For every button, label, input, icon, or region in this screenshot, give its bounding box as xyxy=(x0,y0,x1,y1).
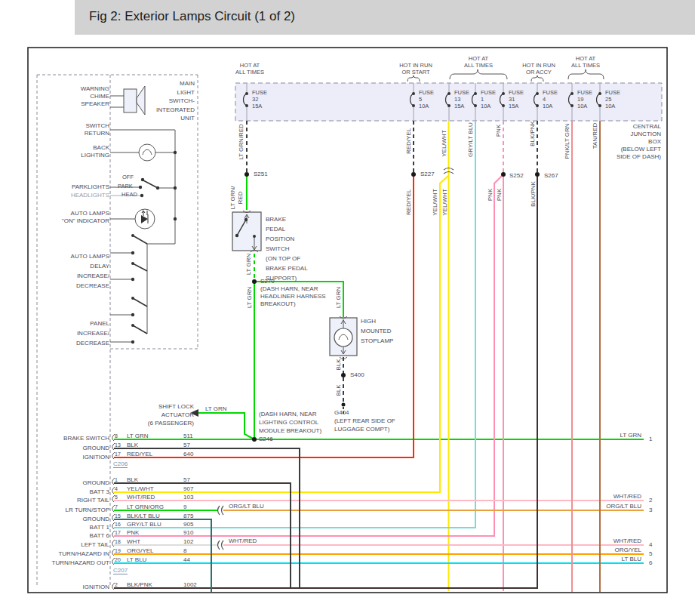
wlabel-lt-grn-2: LT GRN xyxy=(246,287,254,309)
label-shift-lock-wire: LT GRN xyxy=(205,405,227,413)
exit-label-3: ORG/LT BLU xyxy=(566,503,641,510)
label-headlights: HEADLIGHTS xyxy=(34,192,109,199)
pin-17b: 17 xyxy=(115,529,121,537)
sig-ignition-1: IGNITION xyxy=(34,454,109,461)
fuse-1: FUSE110A xyxy=(481,89,496,109)
fuse-19: FUSE1910A xyxy=(577,89,592,109)
circuit-103: 103 xyxy=(183,494,193,501)
splice-s251: S251 xyxy=(254,171,268,178)
ilabel-org-lt-blu: ORG/LT BLU xyxy=(229,503,264,510)
wlabel-blk-pnk-top: BLK/PNK xyxy=(529,121,537,146)
pin-1: 1 xyxy=(115,476,118,484)
splice-s400: S400 xyxy=(350,371,364,379)
pin-20: 20 xyxy=(115,556,121,564)
wlabel-yel-wht-mid2: YEL/WHT xyxy=(441,189,449,216)
wire-gry-lt-blu xyxy=(114,121,475,528)
wlabel-yel-wht-mid1: YEL/WHT xyxy=(432,189,439,216)
label-stoplamp: HIGH MOUNTED STOPLAMP xyxy=(361,316,393,346)
circuit-57: 57 xyxy=(183,442,190,449)
pincolor-7: LT GRN/ORG xyxy=(127,504,164,511)
connector-c207: C207 xyxy=(113,567,128,574)
circuit-905: 905 xyxy=(183,521,193,528)
pincolor-17: RED/YEL xyxy=(127,451,152,458)
stoplamp-bulb-icon xyxy=(334,328,352,346)
wire-blk xyxy=(114,121,537,588)
fuse-13: FUSE1315A xyxy=(454,89,469,109)
exit-label-6: LT BLU xyxy=(566,556,641,563)
power-tag-5: HOT AT ALL TIMES xyxy=(558,55,613,69)
circuit-57b: 57 xyxy=(183,476,190,484)
sig-lr-turn-stop: LR TURN/STOP xyxy=(34,507,109,514)
pincolor-1: BLK xyxy=(127,476,138,484)
splice-s252: S252 xyxy=(509,172,524,180)
pin-5: 5 xyxy=(115,494,118,501)
wlabel-blk-1: BLK xyxy=(335,359,343,370)
sig-ground-2: GROUND xyxy=(34,479,109,487)
pin-2: 2 xyxy=(115,581,118,589)
pincolor-8: LT GRN xyxy=(127,433,149,440)
splice-s267: S267 xyxy=(544,172,558,180)
pin-15: 15 xyxy=(115,513,121,520)
wlabel-pnk-mid2: PNK xyxy=(496,189,503,201)
sig-batt1: BATT 1 xyxy=(34,524,109,531)
pin-16: 16 xyxy=(115,521,121,528)
wlabel-pnk-top: PNK xyxy=(495,125,503,137)
pin-19: 19 xyxy=(115,547,121,555)
wlabel-lt-grn-red-top: LT GRN/RED xyxy=(238,124,245,160)
splice-s270: S270 (DASH HARN, NEAR HEADLINER HARNESS … xyxy=(260,278,326,308)
pin-4: 4 xyxy=(115,485,118,493)
back-lighting-lamp-icon xyxy=(139,144,155,161)
sig-ground-3: GROUND xyxy=(34,516,109,523)
exit-num-4: 4 xyxy=(649,541,652,549)
label-panel: PANEL INCREASE/ DECREASE xyxy=(34,319,109,348)
exit-num-6: 6 xyxy=(649,559,652,567)
unit-title: MAIN LIGHT SWITCH- INTEGRATED UNIT xyxy=(119,79,195,123)
connector-c206: C206 xyxy=(113,460,128,468)
sig-batt6: BATT 6 xyxy=(34,532,109,540)
fuse-32: FUSE3215A xyxy=(252,89,267,109)
wlabel-yel-wht-top: YEL/WHT xyxy=(441,130,448,157)
pincolor-4: YEL/WHT xyxy=(127,485,154,493)
exit-label-1: LT GRN xyxy=(566,432,641,439)
label-park: PARK xyxy=(118,183,133,189)
sig-brake-switch: BRAKE SWITCH xyxy=(34,435,109,442)
circuit-907: 907 xyxy=(183,485,193,493)
ilabel-wht-red: WHT/RED xyxy=(229,537,257,545)
pin-7: 7 xyxy=(115,504,118,511)
sig-batt3: BATT 3 xyxy=(34,488,109,496)
wlabel-red-yel-mid: RED/YEL xyxy=(405,189,413,215)
pin-8: 8 xyxy=(115,433,118,440)
power-tag-2: HOT IN RUN OR START xyxy=(389,62,443,75)
circuit-102: 102 xyxy=(183,538,193,546)
fuse-5: FUSE510A xyxy=(419,89,434,109)
label-back-lighting: BACK LIGHTING xyxy=(34,144,109,159)
circuit-875: 875 xyxy=(183,513,193,520)
pincolor-17b: PNK xyxy=(127,529,139,537)
high-mounted-stoplamp xyxy=(330,316,357,359)
pincolor-15: BLK/LT BLU xyxy=(127,513,160,520)
label-parklights: PARKLIGHTS xyxy=(34,183,109,191)
circuit-511: 511 xyxy=(183,433,193,440)
exit-num-2: 2 xyxy=(649,497,652,504)
circuit-1002: 1002 xyxy=(183,581,197,589)
sig-right-tail: RIGHT TAIL xyxy=(34,497,109,504)
wlabel-gry-lt-blu-top: GRY/LT BLU xyxy=(467,122,475,157)
wlabel-tan-red-top: TAN/RED xyxy=(592,123,599,149)
pincolor-18: WHT xyxy=(127,538,140,546)
circuit-9: 9 xyxy=(183,504,186,511)
sig-left-tail: LEFT TAIL xyxy=(34,541,109,549)
switch-unit-graphics xyxy=(110,86,175,342)
exit-num-1: 1 xyxy=(649,436,652,443)
label-off: OFF xyxy=(122,174,134,180)
sig-ignition-2: IGNITION xyxy=(34,584,109,591)
wiring-diagram-page: Fig 2: Exterior Lamps Circuit (1 of 2) xyxy=(0,0,695,616)
label-brake-switch: BRAKE PEDAL POSITION SWITCH (ON TOP OF B… xyxy=(266,214,308,283)
sig-turn-hazard-in: TURN/HAZARD IN xyxy=(34,550,109,558)
exit-num-5: 5 xyxy=(649,550,652,558)
exit-label-2: WHT/RED xyxy=(566,493,641,500)
splice-s227: S227 xyxy=(420,171,435,178)
wlabel-blk-2: BLK xyxy=(335,384,343,396)
wire-blk-pnk xyxy=(114,174,537,588)
brake-pedal-switch xyxy=(232,211,261,252)
label-head: HEAD xyxy=(121,191,137,198)
